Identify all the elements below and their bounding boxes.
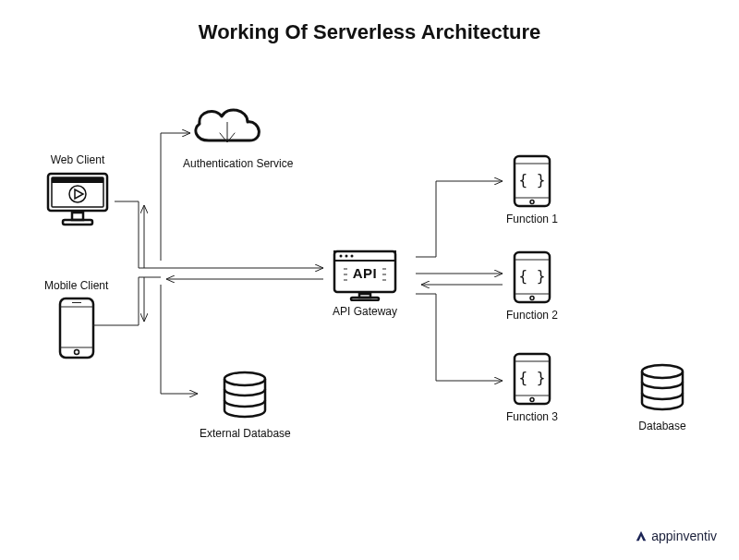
api-gateway-icon: API [329, 246, 401, 301]
svg-point-18 [351, 255, 354, 258]
api-gateway-node: API API Gateway [329, 246, 401, 318]
svg-point-10 [74, 350, 79, 355]
brand-mark-icon [635, 530, 648, 542]
brand-text: appinventiv [651, 529, 717, 543]
function3-label: Function 3 [506, 410, 558, 423]
mobile-client-label: Mobile Client [44, 279, 108, 292]
database-icon [218, 370, 272, 423]
code-tablet-icon: { } [511, 351, 553, 407]
code-tablet-icon: { } [511, 153, 553, 209]
svg-point-17 [345, 255, 348, 258]
database-label: Database [636, 420, 689, 432]
svg-point-16 [340, 255, 343, 258]
external-db-label: External Database [200, 427, 291, 440]
svg-rect-7 [60, 298, 93, 358]
svg-text:{ }: { } [519, 267, 546, 285]
auth-service-label: Authentication Service [183, 157, 293, 170]
database-node: Database [636, 362, 689, 432]
brand-logo: appinventiv [635, 529, 717, 543]
svg-rect-4 [52, 177, 103, 183]
svg-point-35 [530, 297, 534, 300]
svg-point-30 [530, 201, 534, 204]
function2-node: { } Function 2 [506, 250, 558, 322]
api-badge: API [353, 264, 378, 280]
code-tablet-icon: { } [511, 250, 553, 305]
function2-label: Function 2 [506, 309, 558, 322]
svg-marker-6 [75, 189, 83, 199]
function1-label: Function 1 [506, 213, 558, 225]
svg-text:{ }: { } [519, 171, 546, 189]
web-client-label: Web Client [44, 153, 111, 166]
cloud-download-icon [183, 100, 272, 155]
mobile-client-node: Mobile Client [44, 279, 108, 360]
auth-service-node: Authentication Service [183, 100, 293, 170]
svg-point-13 [224, 372, 265, 385]
function1-node: { } Function 1 [506, 153, 558, 225]
svg-point-40 [530, 398, 534, 402]
svg-rect-15 [334, 251, 395, 261]
database-icon [636, 362, 689, 416]
web-client-node: Web Client [44, 153, 111, 227]
monitor-icon [44, 170, 111, 227]
svg-text:{ }: { } [519, 369, 546, 386]
mobile-icon [55, 296, 99, 360]
svg-point-42 [642, 365, 683, 378]
page-title: Working Of Serverless Architecture [0, 20, 739, 44]
api-gateway-label: API Gateway [329, 305, 401, 318]
external-db-node: External Database [200, 370, 291, 440]
svg-rect-20 [351, 298, 379, 300]
svg-rect-3 [63, 220, 92, 225]
function3-node: { } Function 3 [506, 351, 558, 423]
